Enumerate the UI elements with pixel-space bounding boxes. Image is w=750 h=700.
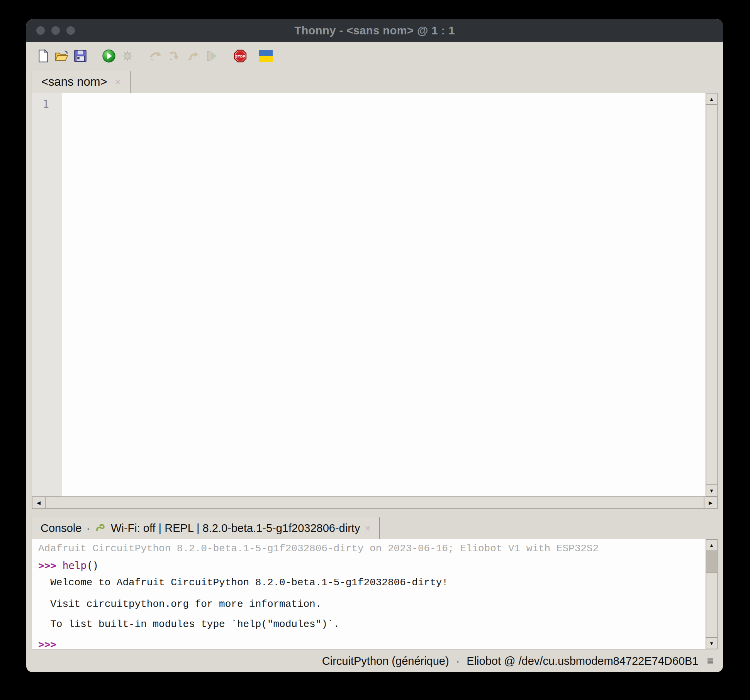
device-port-label[interactable]: Eliobot @ /dev/cu.usbmodem84722E74D60B1 xyxy=(467,655,698,668)
scroll-right-button[interactable]: ▶ xyxy=(704,497,717,509)
step-over-icon xyxy=(149,49,163,63)
console-scroll-down-button[interactable]: ▼ xyxy=(706,637,717,649)
editor-tabrow: <sans nom> × xyxy=(26,70,723,93)
debug-icon xyxy=(121,49,134,63)
editor: 1 ▲ ▼ xyxy=(32,93,718,497)
titlebar: Thonny - <sans nom> @ 1 : 1 xyxy=(26,19,723,42)
console-input-line: >>> help() xyxy=(38,558,706,573)
console-scroll-up-button[interactable]: ▲ xyxy=(706,539,717,551)
repl-command-args: () xyxy=(87,560,98,571)
step-into-button[interactable] xyxy=(167,48,182,65)
scroll-up-button[interactable]: ▲ xyxy=(706,93,717,105)
console-output[interactable]: Adafruit CircuitPython 8.2.0-beta.1-5-g1… xyxy=(32,539,706,649)
repl-command: help xyxy=(63,560,87,571)
console-tab-label: Wi-Fi: off | REPL | 8.2.0-beta.1-5-g1f20… xyxy=(111,522,360,535)
console-banner-line: Adafruit CircuitPython 8.2.0-beta.1-5-g1… xyxy=(38,541,706,556)
arrow-left-icon: ◀ xyxy=(37,500,41,505)
support-ukraine-button[interactable] xyxy=(258,48,273,65)
console-tabrow: Console · Wi-Fi: off | REPL | 8.2.0-beta… xyxy=(26,517,723,539)
console-output-line: Welcome to Adafruit CircuitPython 8.2.0-… xyxy=(38,575,706,590)
snake-icon xyxy=(95,522,106,535)
resume-button[interactable] xyxy=(204,48,219,65)
console-output-line: Visit circuitpython.org for more informa… xyxy=(38,596,706,612)
arrow-right-icon: ▶ xyxy=(709,500,713,505)
step-over-button[interactable] xyxy=(148,48,164,65)
scroll-down-button[interactable]: ▼ xyxy=(706,485,717,496)
console-output-line: To list built-in modules type `help("mod… xyxy=(38,617,706,632)
tab-label: <sans nom> xyxy=(41,75,107,89)
code-editor-area[interactable] xyxy=(62,93,706,496)
stop-button[interactable]: STOP xyxy=(232,48,248,65)
editor-scrollbar-thumb[interactable] xyxy=(706,105,717,485)
console-scrollbar-trough[interactable] xyxy=(706,551,717,573)
run-button[interactable] xyxy=(101,48,117,65)
console-vertical-scrollbar[interactable]: ▲ ▼ xyxy=(706,539,717,649)
step-out-icon xyxy=(186,49,200,63)
run-icon xyxy=(102,49,116,63)
console-scrollbar-thumb[interactable] xyxy=(706,573,717,637)
save-icon xyxy=(74,49,87,63)
stop-label: STOP xyxy=(235,54,246,58)
step-into-icon xyxy=(168,49,182,63)
zoom-window-button[interactable] xyxy=(66,26,75,35)
arrow-up-icon: ▲ xyxy=(709,97,714,102)
console-tab-separator: · xyxy=(86,522,90,535)
tab-close-icon[interactable]: × xyxy=(115,77,121,87)
save-button[interactable] xyxy=(73,48,88,65)
new-file-button[interactable] xyxy=(36,48,51,65)
console-tab-prefix: Console xyxy=(41,522,81,535)
interpreter-label[interactable]: CircuitPython (générique) xyxy=(322,655,449,668)
line-number-gutter: 1 xyxy=(32,93,62,496)
interpreter-menu-icon[interactable]: ≡ xyxy=(707,654,714,668)
minimize-window-button[interactable] xyxy=(51,26,60,35)
open-file-icon xyxy=(54,49,69,63)
horizontal-scrollbar-thumb[interactable] xyxy=(45,497,704,509)
toolbar: STOP xyxy=(26,42,723,70)
line-number: 1 xyxy=(32,98,49,110)
stop-icon: STOP xyxy=(233,49,247,63)
tab-sans-nom[interactable]: <sans nom> × xyxy=(32,71,131,93)
window-title: Thonny - <sans nom> @ 1 : 1 xyxy=(294,24,455,37)
repl-prompt: >>> xyxy=(38,560,56,571)
statusbar: CircuitPython (générique) · Eliobot @ /d… xyxy=(26,650,723,672)
editor-vertical-scrollbar[interactable]: ▲ ▼ xyxy=(706,93,717,496)
arrow-up-icon: ▲ xyxy=(709,543,714,548)
arrow-down-icon: ▼ xyxy=(709,488,714,493)
step-out-button[interactable] xyxy=(185,48,201,65)
repl-final-prompt: >>> xyxy=(38,637,706,649)
tab-console[interactable]: Console · Wi-Fi: off | REPL | 8.2.0-beta… xyxy=(32,517,380,539)
arrow-down-icon: ▼ xyxy=(709,641,714,646)
new-file-icon xyxy=(37,49,49,63)
open-file-button[interactable] xyxy=(54,48,70,65)
window-controls xyxy=(36,19,75,42)
scroll-left-button[interactable]: ◀ xyxy=(32,497,45,509)
close-window-button[interactable] xyxy=(36,26,45,35)
ukraine-flag-icon xyxy=(259,50,273,62)
debug-button[interactable] xyxy=(120,48,135,65)
statusbar-separator: · xyxy=(456,655,460,668)
thonny-window: Thonny - <sans nom> @ 1 : 1 xyxy=(26,19,723,672)
editor-horizontal-scrollbar[interactable]: ◀ ▶ xyxy=(32,497,718,509)
console-tab-close-icon[interactable]: × xyxy=(365,523,370,533)
resume-icon xyxy=(205,49,218,63)
console: Adafruit CircuitPython 8.2.0-beta.1-5-g1… xyxy=(32,539,718,649)
